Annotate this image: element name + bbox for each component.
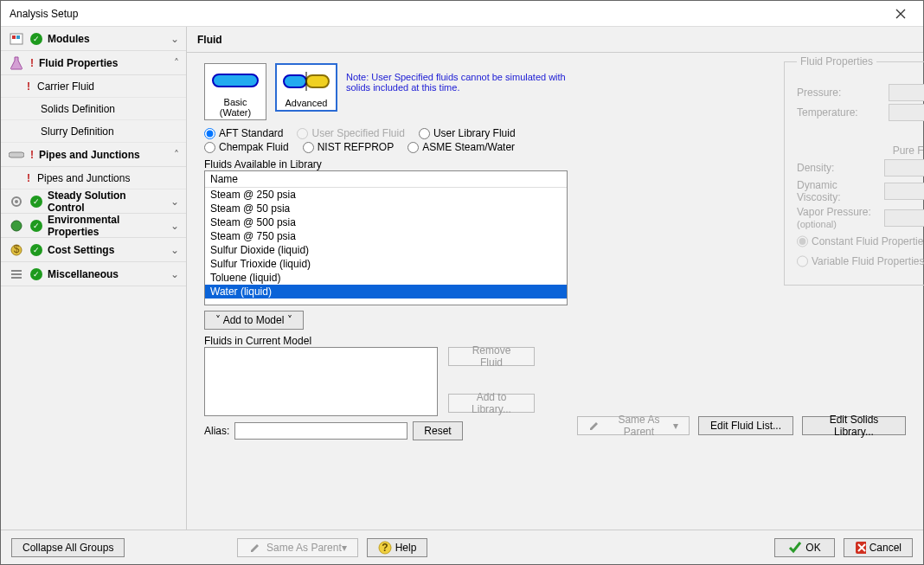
button-label: Same As Parent — [605, 414, 673, 438]
svg-rect-9 — [213, 74, 258, 87]
fluid-list-item[interactable]: Water (liquid) — [205, 285, 567, 299]
radio-asme[interactable]: ASME Steam/Water — [407, 141, 515, 153]
check-icon: ✓ — [30, 268, 42, 280]
group-label: Fluid Properties — [39, 57, 169, 69]
help-button[interactable]: ? Help — [367, 538, 427, 557]
reset-button[interactable]: Reset — [413, 421, 462, 440]
advanced-pipe-icon — [279, 67, 334, 96]
sidebar-item-slurry-definition[interactable]: Slurry Definition — [1, 120, 186, 143]
fluid-list-item[interactable]: Steam @ 750 psia — [205, 229, 567, 243]
radio-label: User Library Fluid — [433, 127, 516, 139]
ok-button[interactable]: OK — [774, 538, 835, 557]
same-as-parent-button: Same As Parent ▾ — [577, 416, 690, 435]
edit-icon — [588, 420, 600, 432]
radio-chempak[interactable]: Chempak Fluid — [204, 141, 289, 153]
check-icon — [788, 541, 802, 555]
group-environmental[interactable]: ✓ Environmental Properties ⌄ — [1, 214, 186, 238]
group-cost[interactable]: $ ✓ Cost Settings ⌄ — [1, 238, 186, 262]
group-label: Steady Solution Control — [48, 189, 165, 214]
warn-icon: ! — [30, 57, 34, 69]
fluid-list-item[interactable]: Steam @ 500 psia — [205, 215, 567, 229]
svg-text:$: $ — [14, 243, 20, 255]
viscosity-pure-input — [884, 183, 924, 200]
edit-solids-library-button[interactable]: Edit Solids Library... — [802, 416, 906, 435]
radio-user-specified: User Specified Fluid — [297, 127, 404, 139]
radio-variable-props: Variable Fluid Properties — [797, 253, 924, 270]
radio-constant-props: Constant Fluid Properties — [797, 233, 924, 250]
flask-icon — [8, 56, 25, 70]
alias-label: Alias: — [204, 425, 229, 437]
add-to-model-button[interactable]: ˅ Add to Model ˅ — [204, 311, 304, 330]
radio-user-library[interactable]: User Library Fluid — [419, 127, 516, 139]
fluid-list-item[interactable]: Steam @ 50 psia — [205, 202, 567, 215]
fluid-list-item[interactable]: Sulfur Dioxide (liquid) — [205, 243, 567, 257]
radio-aft-standard[interactable]: AFT Standard — [204, 127, 283, 139]
button-label: Add to Library... — [459, 391, 523, 415]
temperature-label: Temperature: — [797, 106, 883, 119]
sidebar-item-pipes-junctions[interactable]: Pipes and Junctions — [1, 167, 186, 189]
collapse-all-button[interactable]: Collapse All Groups — [11, 538, 125, 557]
svg-point-6 — [11, 221, 22, 231]
fluids-listbox[interactable]: Name Steam @ 250 psiaSteam @ 50 psiaStea… — [204, 170, 568, 305]
fluid-list-item[interactable]: Sulfur Trioxide (liquid) — [205, 257, 567, 271]
main-panel: Fluid Basic (Water) Advanced Note: User … — [187, 27, 923, 530]
fluids-in-model-label: Fluids in Current Model — [204, 335, 906, 347]
radio-label: Variable Fluid Properties — [812, 255, 924, 267]
sidebar-item-carrier-fluid[interactable]: Carrier Fluid — [1, 75, 186, 98]
alias-input[interactable] — [234, 422, 407, 440]
add-to-library-button: Add to Library... — [448, 394, 535, 413]
group-label: Environmental Properties — [48, 214, 165, 238]
group-fluid-properties[interactable]: ! Fluid Properties ˄ — [1, 51, 186, 75]
group-label: Cost Settings — [48, 244, 165, 256]
panel-title: Fluid — [187, 27, 923, 53]
group-modules[interactable]: ✓ Modules ⌄ — [1, 27, 186, 51]
close-icon — [895, 9, 906, 19]
group-label: Modules — [48, 33, 165, 45]
cancel-button[interactable]: Cancel — [844, 538, 913, 557]
pressure-label: Pressure: — [797, 87, 883, 99]
group-label: Pipes and Junctions — [39, 149, 169, 161]
button-label: Reset — [424, 425, 451, 437]
group-label: Miscellaneous — [48, 268, 165, 280]
button-label: OK — [805, 542, 820, 554]
fluid-list-item[interactable]: Toluene (liquid) — [205, 271, 567, 285]
radio-label: ASME Steam/Water — [422, 141, 515, 153]
remove-fluid-button: Remove Fluid — [448, 347, 535, 366]
sidebar-item-solids-definition[interactable]: Solids Definition — [1, 98, 186, 120]
sidebar-item-label: Slurry Definition — [41, 125, 114, 138]
edit-icon — [249, 542, 261, 554]
check-icon: ✓ — [30, 196, 42, 208]
radio-label: Constant Fluid Properties — [812, 235, 924, 247]
group-steady-solution[interactable]: ✓ Steady Solution Control ⌄ — [1, 189, 186, 214]
chevron-down-icon: ⌄ — [170, 196, 179, 208]
button-label: Cancel — [869, 542, 902, 554]
group-pipes-junctions[interactable]: ! Pipes and Junctions ˄ — [1, 143, 186, 167]
viscosity-label: Dynamic Viscosity: — [797, 179, 879, 203]
footer: Collapse All Groups Same As Parent ▾ ? H… — [1, 530, 923, 564]
basic-pipe-icon — [207, 66, 264, 95]
fluid-list-item[interactable]: Steam @ 250 psia — [205, 188, 567, 202]
window-title: Analysis Setup — [10, 8, 882, 20]
check-icon: ✓ — [30, 220, 42, 232]
svg-rect-2 — [16, 35, 20, 39]
basic-mode-button[interactable]: Basic (Water) — [204, 63, 266, 120]
button-label: Same As Parent — [266, 542, 342, 554]
advanced-mode-button[interactable]: Advanced — [275, 63, 337, 112]
footer-same-as-parent-button: Same As Parent ▾ — [237, 538, 358, 557]
close-button[interactable] — [882, 2, 920, 26]
chevron-down-icon: ⌄ — [170, 244, 179, 256]
fluids-in-model-listbox[interactable] — [204, 347, 438, 416]
group-misc[interactable]: ✓ Miscellaneous ⌄ — [1, 262, 186, 286]
vapor-pure-input — [884, 209, 924, 227]
chevron-up-icon: ˄ — [174, 57, 179, 69]
gear-icon — [8, 195, 25, 209]
sidebar: ✓ Modules ⌄ ! Fluid Properties ˄ Carrier… — [1, 27, 187, 530]
svg-rect-1 — [12, 35, 16, 39]
radio-label: Chempak Fluid — [219, 141, 289, 153]
name-column-header: Name — [205, 171, 567, 188]
basic-caption: Basic (Water) — [207, 95, 264, 118]
edit-fluid-list-button[interactable]: Edit Fluid List... — [698, 416, 793, 435]
modules-icon — [8, 32, 25, 46]
radio-nist[interactable]: NIST REFPROP — [303, 141, 394, 153]
list-icon — [8, 267, 25, 281]
